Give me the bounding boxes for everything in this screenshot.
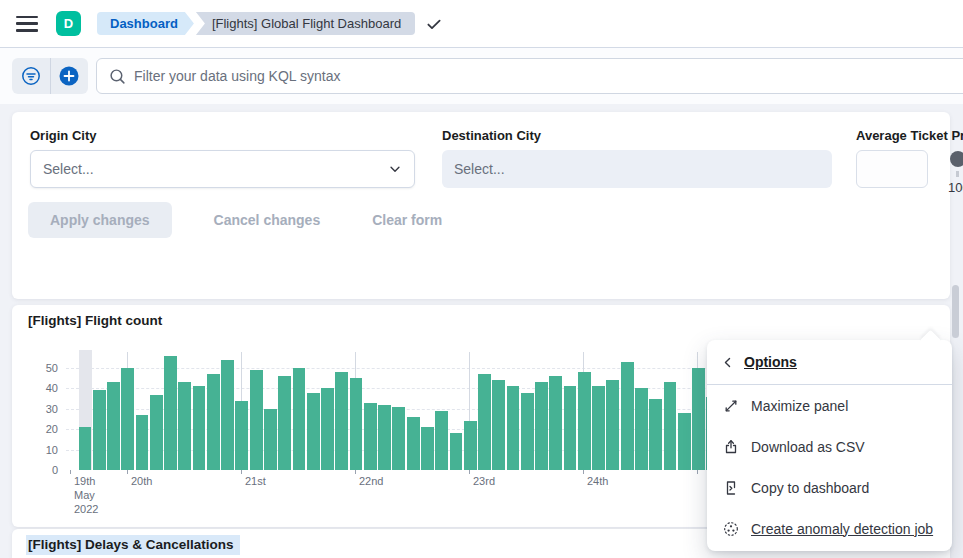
bar[interactable] — [350, 378, 363, 470]
bar[interactable] — [450, 433, 463, 470]
menu-item-label: Download as CSV — [751, 439, 865, 455]
y-axis-tick-label: 40 — [46, 382, 66, 394]
search-icon — [109, 68, 126, 85]
menu-icon[interactable] — [16, 15, 38, 33]
breadcrumb-dashboard[interactable]: Dashboard — [97, 12, 194, 35]
search-placeholder: Filter your data using KQL syntax — [134, 68, 340, 84]
ticket-price-slider-handle[interactable] — [950, 151, 963, 167]
filters-form-card: Origin City Select... Destination City S… — [12, 112, 950, 299]
top-navigation-bar: D Dashboard [Flights] Global Flight Dash… — [0, 0, 963, 48]
bar[interactable] — [507, 386, 520, 470]
bar[interactable] — [79, 427, 92, 470]
bar[interactable] — [521, 393, 534, 470]
bar[interactable] — [692, 368, 705, 470]
add-filter-icon[interactable] — [50, 58, 89, 94]
bar[interactable] — [606, 380, 619, 470]
bar[interactable] — [549, 376, 562, 470]
menu-item-download-as-csv[interactable]: Download as CSV — [707, 426, 952, 467]
x-axis-tick — [355, 470, 356, 474]
bar[interactable] — [435, 411, 448, 470]
bar[interactable] — [592, 386, 605, 470]
bar[interactable] — [335, 372, 348, 470]
bar[interactable] — [93, 390, 106, 470]
bar[interactable] — [221, 360, 234, 470]
bar[interactable] — [464, 421, 477, 470]
bar[interactable] — [178, 382, 191, 470]
x-axis-tick-label: 20th — [131, 475, 152, 489]
slider-value-label: 100 — [948, 180, 963, 195]
bar[interactable] — [150, 395, 163, 470]
bar[interactable] — [578, 372, 591, 470]
destination-city-label: Destination City — [442, 128, 541, 143]
panel-options-menu: Options Maximize panelDownload as CSVCop… — [707, 340, 952, 551]
y-axis-tick-label: 20 — [46, 423, 66, 435]
y-axis-tick-label: 10 — [46, 444, 66, 456]
destination-city-select[interactable]: Select... — [442, 150, 832, 188]
origin-city-placeholder: Select... — [43, 161, 94, 177]
bar[interactable] — [136, 415, 149, 470]
space-avatar[interactable]: D — [56, 11, 81, 36]
bar[interactable] — [407, 417, 420, 470]
options-back-button[interactable]: Options — [707, 340, 952, 385]
bar[interactable] — [121, 368, 134, 470]
bar[interactable] — [235, 401, 248, 470]
bar[interactable] — [664, 382, 677, 470]
options-title: Options — [744, 354, 797, 370]
bar[interactable] — [635, 388, 648, 470]
x-axis-tick-label: 24th — [587, 475, 608, 489]
bar[interactable] — [107, 382, 120, 470]
cancel-changes-button[interactable]: Cancel changes — [204, 202, 331, 238]
bar[interactable] — [164, 356, 177, 470]
x-axis-tick-label: 22nd — [359, 475, 383, 489]
bar[interactable] — [478, 374, 491, 470]
copy-icon — [723, 480, 739, 496]
bar[interactable] — [421, 427, 434, 470]
bar[interactable] — [621, 362, 634, 470]
destination-city-placeholder: Select... — [454, 161, 505, 177]
download-icon — [723, 439, 739, 455]
y-axis-tick-label: 30 — [46, 403, 66, 415]
x-axis-tick — [469, 470, 470, 474]
ticket-price-input[interactable] — [856, 150, 928, 188]
bar[interactable] — [321, 388, 334, 470]
bar[interactable] — [678, 413, 691, 470]
clear-form-button[interactable]: Clear form — [362, 202, 452, 238]
bar[interactable] — [364, 403, 377, 470]
chevron-left-icon — [721, 356, 734, 369]
origin-city-label: Origin City — [30, 128, 96, 143]
bar[interactable] — [392, 407, 405, 470]
apply-changes-button[interactable]: Apply changes — [28, 202, 172, 238]
bar[interactable] — [564, 386, 577, 470]
filter-button-group — [12, 58, 88, 94]
breadcrumb-current-page: [Flights] Global Flight Dashboard — [196, 12, 415, 35]
bar[interactable] — [250, 370, 263, 470]
bar[interactable] — [278, 376, 291, 470]
x-axis-tick — [70, 470, 71, 474]
bar[interactable] — [492, 380, 505, 470]
chevron-down-icon — [388, 162, 402, 176]
menu-item-copy-to-dashboard[interactable]: Copy to dashboard — [707, 467, 952, 508]
scrollbar-thumb[interactable] — [952, 285, 959, 338]
bar[interactable] — [264, 409, 277, 470]
bar[interactable] — [378, 405, 391, 470]
check-icon[interactable] — [425, 15, 443, 33]
maximize-icon — [723, 398, 739, 414]
menu-item-label: Maximize panel — [751, 398, 848, 414]
menu-item-create-anomaly-detection-job[interactable]: Create anomaly detection job — [707, 508, 952, 549]
bar[interactable] — [207, 374, 220, 470]
delays-panel-title: [Flights] Delays & Cancellations — [26, 535, 240, 555]
filter-list-icon[interactable] — [12, 58, 50, 94]
menu-item-maximize-panel[interactable]: Maximize panel — [707, 385, 952, 426]
bar[interactable] — [535, 382, 548, 470]
y-axis-tick-label: 50 — [46, 362, 66, 374]
bar[interactable] — [193, 386, 206, 470]
y-axis-tick-label: 0 — [52, 464, 66, 476]
menu-item-label: Copy to dashboard — [751, 480, 869, 496]
kql-search-input[interactable]: Filter your data using KQL syntax — [96, 58, 963, 94]
origin-city-select[interactable]: Select... — [30, 150, 415, 188]
bar[interactable] — [293, 368, 306, 470]
x-axis-tick — [241, 470, 242, 474]
bar[interactable] — [649, 399, 662, 470]
bar[interactable] — [307, 393, 320, 470]
query-toolbar: Filter your data using KQL syntax — [0, 48, 963, 104]
